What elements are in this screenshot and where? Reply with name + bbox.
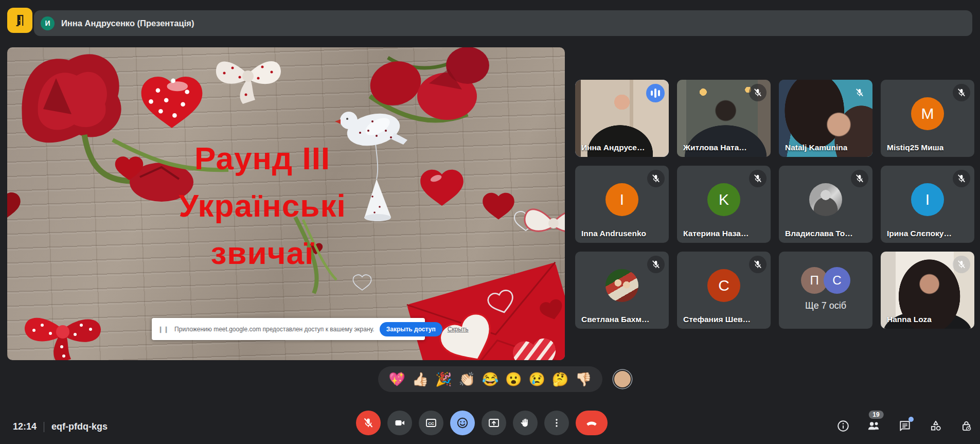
tulip-bouquet-top-right xyxy=(364,47,489,120)
participant-name: Владислава То… xyxy=(785,229,853,238)
host-controls-lock-icon xyxy=(960,419,973,433)
mic-toggle-button[interactable] xyxy=(356,411,381,435)
raise-hand-button[interactable] xyxy=(513,411,538,435)
present-screen-icon xyxy=(488,417,500,429)
participant-name: Стефания Шев… xyxy=(683,315,751,324)
mic-off-icon xyxy=(362,417,375,429)
reaction-surprised[interactable]: 😮 xyxy=(505,372,522,386)
participant-name: Инна Андрусе… xyxy=(581,143,645,152)
participant-tile[interactable]: I Ірина Слєпоку… xyxy=(881,166,974,243)
overflow-count-label: Ще 7 осіб xyxy=(779,300,872,311)
presentation-title: Инна Андрусенко (Презентація) xyxy=(61,19,194,28)
participant-tile[interactable]: C Стефания Шев… xyxy=(677,252,771,329)
participant-tile[interactable]: K Катерина Наза… xyxy=(677,166,771,243)
reaction-thumbs-down[interactable]: 👎🏻 xyxy=(575,372,592,386)
avatar: M xyxy=(911,97,944,130)
red-envelope xyxy=(407,262,565,360)
captions-button[interactable]: CC xyxy=(419,411,443,435)
shared-screen-presentation: Раунд ІІІ Українські звичаї ❙❙ Приложени… xyxy=(7,47,565,360)
reaction-clap[interactable]: 👏🏻 xyxy=(458,372,475,386)
participant-tile[interactable]: Инна Андрусе… xyxy=(575,80,669,157)
audio-level-indicator-icon xyxy=(646,84,665,102)
reactions-bar: 💖 👍🏻 🎉 👏🏻 😂 😮 😢 🤔 👎🏻 xyxy=(378,366,602,392)
app-logo[interactable] xyxy=(7,8,32,33)
meeting-code: eqf-pfdq-kgs xyxy=(51,421,108,432)
clock: 12:14 xyxy=(13,421,37,432)
avatar: I xyxy=(605,183,638,216)
white-bow-right xyxy=(525,209,565,232)
pause-bars-icon: ❙❙ xyxy=(158,326,169,333)
polka-bow xyxy=(25,318,101,360)
divider xyxy=(44,422,44,432)
info-button[interactable] xyxy=(836,419,850,433)
participant-name: Inna Andrusenko xyxy=(581,229,646,238)
white-bow xyxy=(216,61,281,104)
reaction-cry[interactable]: 😢 xyxy=(528,372,545,386)
avatar: K xyxy=(707,183,740,216)
call-controls: CC xyxy=(356,411,608,435)
participant-name: Светлана Бахм… xyxy=(581,315,649,324)
raise-hand-icon xyxy=(519,417,531,429)
participant-tile[interactable]: M Mistiq25 Миша xyxy=(881,80,974,157)
polka-heart xyxy=(141,77,203,128)
svg-text:CC: CC xyxy=(428,421,434,426)
more-options-icon xyxy=(550,417,563,429)
panel-icons: 19 xyxy=(836,419,973,433)
presentation-title-bar[interactable]: И Инна Андрусенко (Презентація) xyxy=(34,10,972,36)
door-icon xyxy=(13,13,27,28)
activities-button[interactable] xyxy=(929,419,942,433)
participant-tile[interactable]: Житлова Ната… xyxy=(677,80,771,157)
avatar: С xyxy=(824,267,850,294)
participant-tile[interactable]: Владислава То… xyxy=(779,166,872,243)
reaction-party[interactable]: 🎉 xyxy=(435,372,452,386)
participant-name: Катерина Наза… xyxy=(683,229,749,238)
participant-name: Житлова Ната… xyxy=(683,143,747,152)
participant-tile[interactable]: Hanna Loza xyxy=(881,252,974,329)
leave-call-button[interactable] xyxy=(576,411,608,435)
mic-off-icon xyxy=(953,256,970,273)
host-controls-button[interactable] xyxy=(959,419,973,433)
slide-title: Раунд ІІІ Українські звичаї xyxy=(7,135,518,277)
more-options-button[interactable] xyxy=(544,411,569,435)
chat-notification-dot xyxy=(908,417,914,422)
stop-sharing-button[interactable]: Закрыть доступ xyxy=(380,322,442,336)
camera-icon xyxy=(394,417,406,429)
screen-share-banner: ❙❙ Приложению meet.google.com предоставл… xyxy=(152,318,425,340)
reactions-button[interactable] xyxy=(450,411,475,435)
mic-off-icon xyxy=(851,84,868,101)
skin-tone-selector[interactable] xyxy=(614,371,631,387)
mic-off-icon xyxy=(749,256,767,273)
hide-banner-link[interactable]: Скрыть xyxy=(448,326,469,333)
mic-off-icon xyxy=(953,84,970,101)
info-icon xyxy=(836,419,850,433)
captions-icon: CC xyxy=(425,417,437,429)
participant-name: Hanna Loza xyxy=(887,315,932,324)
avatar: C xyxy=(707,269,740,302)
mic-off-icon xyxy=(851,170,868,187)
reaction-thumbs-up[interactable]: 👍🏻 xyxy=(412,372,429,386)
overflow-avatars: П С xyxy=(801,267,850,294)
reaction-thinking[interactable]: 🤔 xyxy=(552,372,568,386)
reaction-heart[interactable]: 💖 xyxy=(388,372,405,386)
chat-button[interactable] xyxy=(898,419,912,433)
participant-tile[interactable]: Светлана Бахм… xyxy=(575,252,669,329)
reaction-laugh[interactable]: 😂 xyxy=(482,372,498,386)
mic-off-icon xyxy=(749,84,767,101)
participant-tile[interactable]: I Inna Andrusenko xyxy=(575,166,669,243)
presenter-avatar: И xyxy=(41,16,55,30)
participant-tile[interactable]: Natalj Kamunina xyxy=(779,80,872,157)
camera-toggle-button[interactable] xyxy=(387,411,412,435)
participant-name: Natalj Kamunina xyxy=(785,143,847,152)
slide-line-3: звичаї xyxy=(7,229,518,277)
mic-off-icon xyxy=(647,256,665,273)
participants-button[interactable]: 19 xyxy=(867,419,881,433)
participants-count-badge: 19 xyxy=(868,411,883,419)
avatar-photo xyxy=(605,269,638,302)
overflow-participants-tile[interactable]: П С Ще 7 осіб xyxy=(779,252,872,329)
avatar-photo xyxy=(809,183,842,216)
mic-off-icon xyxy=(749,170,767,187)
participants-icon xyxy=(867,419,881,433)
participant-name: Mistiq25 Миша xyxy=(887,143,943,152)
participants-grid: Инна Андрусе… Житлова Ната… Natalj Kamun… xyxy=(575,80,974,329)
present-screen-button[interactable] xyxy=(482,411,506,435)
